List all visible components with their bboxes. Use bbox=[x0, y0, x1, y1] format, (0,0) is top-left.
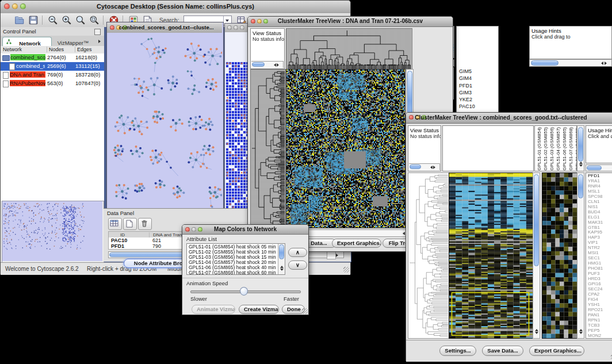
combined-global-heatmap-canvas[interactable] bbox=[449, 173, 533, 339]
view-status-hscrollbar[interactable] bbox=[251, 61, 284, 68]
map-colors-titlebar[interactable]: Map Colors to Network bbox=[182, 225, 308, 235]
cytoscape-titlebar[interactable]: Cytoscape Desktop (Session Name: collins… bbox=[1, 1, 350, 14]
network-edges: 16218(0) bbox=[75, 54, 97, 60]
network-window-1[interactable]: combined_scores_good.txt--cluste... bbox=[106, 22, 224, 215]
gene-list-vscrollbar[interactable] bbox=[577, 173, 584, 339]
scroll-corner-box bbox=[327, 251, 336, 259]
attribute-list[interactable]: GPL51-01 (GSM854) heat shock 05 minGPL51… bbox=[186, 243, 285, 275]
array-label[interactable]: GPL51-04 (GSM857) bbox=[556, 127, 561, 171]
combined-column-tree-area[interactable] bbox=[442, 125, 534, 171]
data-row-id: PAC10 bbox=[111, 237, 127, 243]
dna-row-dendrogram-canvas[interactable] bbox=[250, 69, 286, 228]
col-network[interactable]: Network bbox=[3, 47, 22, 52]
up-arrow-icon: ∧ bbox=[296, 249, 300, 255]
save-session-icon[interactable] bbox=[28, 15, 39, 25]
minimize-icon[interactable] bbox=[234, 25, 238, 30]
tab-scroll-right-icon[interactable] bbox=[96, 38, 103, 45]
network-row-combined-scores[interactable]: combined_scores 2764(0) 16218(0) bbox=[1, 53, 104, 62]
gene-label[interactable]: PFD1 bbox=[458, 82, 498, 89]
network-view-canvas[interactable] bbox=[107, 33, 222, 213]
gene-label[interactable]: PAC10 bbox=[458, 103, 498, 110]
gene-label[interactable]: GIM4 bbox=[458, 75, 498, 82]
combined-export-graphics-button[interactable]: Export Graphics... bbox=[529, 346, 584, 356]
array-label[interactable]: GPL51-02 (GSM855) bbox=[543, 127, 549, 171]
gene-label[interactable]: YKE2 bbox=[458, 96, 498, 103]
network-name: DNA and Tran 07 bbox=[10, 71, 45, 78]
view-status-hscrollbar[interactable] bbox=[409, 163, 440, 170]
network-nodes: 2569(6) bbox=[47, 63, 66, 69]
tab-vizmapper[interactable]: VizMapper™ bbox=[52, 37, 94, 46]
usage-hints-title: Usage Hints bbox=[530, 26, 611, 34]
move-up-button[interactable]: ∧ bbox=[288, 248, 307, 257]
combined-zoom-heatmap-canvas[interactable] bbox=[542, 173, 577, 339]
combined-settings-button[interactable]: Settings... bbox=[439, 346, 476, 356]
array-label[interactable]: GPL51-01 (GSM854) bbox=[537, 127, 542, 171]
attribute-list-item[interactable]: GPL51-07 (GSM868) heat shock 60 min bbox=[189, 270, 285, 275]
array-label[interactable]: GPL51-03 (GSM856) bbox=[549, 127, 555, 171]
network-row-combined-sco-selected[interactable]: combined_sco 2569(6) 13112(15) bbox=[1, 62, 104, 71]
down-arrow-icon: ∨ bbox=[296, 262, 300, 268]
dna-gene-list-panel: GIM5GIM4PFD1GIM3YKE2PAC10 bbox=[456, 26, 499, 113]
dna-usage-hints-hscrollbar[interactable] bbox=[529, 59, 612, 67]
combined-view-status-panel: View Status No status info bbox=[408, 125, 441, 171]
array-label[interactable]: GPL51-07 (GSM868) bbox=[568, 127, 574, 171]
zoom-selected-icon[interactable] bbox=[89, 15, 100, 25]
new-attribute-icon[interactable] bbox=[123, 218, 137, 230]
network-row-dna-tran[interactable]: DNA and Tran 07 769(0) 183728(0) bbox=[1, 71, 104, 79]
network-table-header: Network Nodes Edges bbox=[1, 46, 104, 54]
treeview-combined-titlebar[interactable]: ClusterMaker TreeView : combined_scores_… bbox=[406, 113, 612, 124]
desktop: Cytoscape Desktop (Session Name: collins… bbox=[0, 0, 612, 364]
network-window-1-titlebar[interactable]: combined_scores_good.txt--cluste... bbox=[107, 22, 222, 33]
combined-heatmap-vscrollbar[interactable] bbox=[533, 173, 540, 339]
create-vizmap-button[interactable]: Create Vizmap bbox=[239, 305, 279, 314]
dna-export-graphics-button[interactable]: Export Graphics... bbox=[332, 239, 381, 248]
array-label[interactable]: GPL51-06 (GSM865) bbox=[562, 127, 568, 171]
resize-grip[interactable] bbox=[343, 267, 349, 273]
close-icon[interactable] bbox=[227, 25, 232, 30]
export-graphics-label: Export Graphics... bbox=[534, 347, 582, 354]
data-col-id[interactable]: ID bbox=[120, 232, 125, 237]
attribute-list-label: Attribute List bbox=[186, 236, 217, 242]
status-welcome: Welcome to Cytoscape 2.6.2 bbox=[5, 266, 79, 272]
network-row-rnapuber[interactable]: RNAPuberNov2+ 563(0) 107847(0) bbox=[1, 79, 104, 88]
network-file-icon bbox=[3, 72, 9, 79]
network-name: RNAPuberNov2+ bbox=[10, 80, 45, 86]
close-icon[interactable] bbox=[110, 25, 114, 30]
array-labels-vscrollbar[interactable] bbox=[577, 125, 584, 171]
dna-column-dendrogram-canvas[interactable] bbox=[286, 28, 412, 70]
treeview-combined-window: ClusterMaker TreeView : combined_scores_… bbox=[406, 112, 612, 361]
zoom-window-icon[interactable] bbox=[240, 25, 244, 30]
move-down-button[interactable]: ∨ bbox=[288, 260, 307, 270]
delete-attribute-trash-icon[interactable] bbox=[138, 218, 152, 230]
col-edges[interactable]: Edges bbox=[75, 47, 92, 52]
resize-grip[interactable] bbox=[302, 308, 308, 314]
birdseye-canvas[interactable] bbox=[2, 201, 102, 261]
network-file-icon bbox=[3, 81, 9, 87]
treeview-dna-titlebar[interactable]: ClusterMaker TreeView : DNA and Tran 07-… bbox=[248, 17, 453, 27]
usage-hints-title: Usage Hints bbox=[586, 126, 612, 133]
zoom-in-icon[interactable] bbox=[62, 15, 72, 25]
dna-view-status-panel: View Status No status info f bbox=[250, 28, 285, 69]
float-panel-icon[interactable] bbox=[94, 29, 101, 35]
view-status-text: No status info bbox=[408, 133, 441, 139]
dna-gene-list: GIM5GIM4PFD1GIM3YKE2PAC10 bbox=[457, 68, 498, 110]
col-nodes[interactable]: Nodes bbox=[47, 47, 64, 52]
tab-network[interactable]: Network bbox=[2, 37, 52, 47]
done-button[interactable]: Done bbox=[282, 305, 305, 314]
zoom-out-icon[interactable] bbox=[48, 15, 58, 25]
gene-label[interactable]: GIM5 bbox=[458, 68, 498, 75]
open-session-icon[interactable] bbox=[14, 15, 25, 25]
slider-thumb[interactable] bbox=[240, 287, 248, 296]
usage-hints-hscrollbar[interactable] bbox=[586, 164, 612, 171]
combined-save-data-button[interactable]: Save Data... bbox=[482, 346, 523, 356]
birdseye-view[interactable] bbox=[2, 201, 104, 263]
zoom-fit-icon[interactable] bbox=[75, 15, 86, 25]
table-mode-icon[interactable] bbox=[108, 218, 122, 230]
gene-label[interactable]: GIM3 bbox=[458, 89, 498, 96]
animate-vizmap-button[interactable]: Animate Vizmap bbox=[192, 305, 235, 314]
dna-heatmap-canvas[interactable] bbox=[286, 69, 406, 228]
combined-row-dendrogram-canvas[interactable] bbox=[408, 173, 449, 339]
attribute-list-vscrollbar[interactable] bbox=[278, 244, 285, 274]
gene-label[interactable]: MON2 bbox=[588, 334, 612, 339]
create-vizmap-label: Create Vizmap bbox=[244, 306, 279, 312]
